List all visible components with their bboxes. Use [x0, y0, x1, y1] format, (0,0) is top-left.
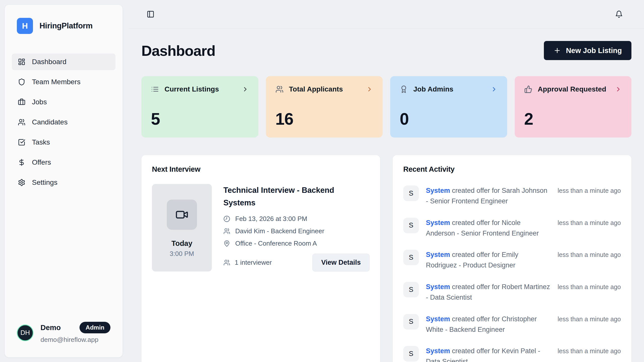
activity-avatar: S [403, 186, 419, 201]
new-job-listing-button[interactable]: New Job Listing [544, 41, 631, 60]
video-icon [175, 208, 188, 221]
sidebar-item-icon [18, 179, 25, 186]
sidebar-item[interactable]: Jobs [12, 94, 115, 110]
activity-timestamp: less than a minute ago [557, 218, 621, 227]
users-icon [223, 259, 230, 266]
stat-icon [524, 85, 532, 93]
activity-actor-link[interactable]: System [426, 347, 450, 355]
interview-thumbnail: Today 3:00 PM [152, 184, 212, 272]
sidebar-item[interactable]: Settings [12, 174, 115, 191]
stat-card[interactable]: Total Applicants 16 [266, 76, 383, 138]
app-logo-row: H HiringPlatform [5, 5, 123, 34]
stat-value: 2 [524, 109, 622, 128]
activity-avatar: S [403, 282, 419, 297]
activity-actor-link[interactable]: System [426, 219, 450, 227]
interview-time: 3:00 PM [170, 250, 194, 258]
interview-candidate-row: David Kim - Backend Engineer [223, 227, 370, 235]
chevron-right-icon [491, 86, 498, 93]
activity-avatar: S [403, 346, 419, 361]
panel-left-icon [147, 10, 154, 18]
activity-item: S System created offer for Sarah Johnson… [403, 186, 621, 207]
sidebar-item-label: Dashboard [32, 58, 66, 66]
next-interview-panel: Next Interview Today 3:00 PM Technical I… [141, 155, 380, 362]
sidebar-item-label: Settings [32, 178, 57, 187]
stat-icon [275, 85, 284, 93]
stat-value: 5 [151, 109, 249, 128]
stat-cards: Current Listings 5 Total Applicants 16 J… [141, 76, 631, 138]
activity-list: S System created offer for Sarah Johnson… [403, 186, 621, 362]
sidebar-item-label: Tasks [32, 138, 50, 146]
interviewer-count: 1 interviewer [223, 259, 272, 266]
activity-item: S System created offer for Robert Martin… [403, 282, 621, 303]
recent-activity-panel: Recent Activity S System created offer f… [393, 155, 631, 362]
chevron-right-icon [366, 86, 373, 93]
activity-actor-link[interactable]: System [426, 283, 450, 291]
topbar [129, 0, 644, 28]
sidebar-item-label: Jobs [32, 98, 47, 106]
sidebar-item-icon [18, 78, 25, 86]
users-icon [223, 228, 230, 235]
activity-avatar: S [403, 314, 419, 330]
activity-timestamp: less than a minute ago [557, 282, 621, 291]
sidebar-item-icon [18, 58, 25, 66]
activity-actor-link[interactable]: System [426, 315, 450, 323]
interview-datetime-row: Feb 13, 2026 at 3:00 PM [223, 215, 370, 223]
app-title: HiringPlatform [39, 21, 93, 30]
sidebar-item-icon [18, 98, 25, 106]
avatar: DH [17, 325, 33, 341]
sidebar-nav: Dashboard Team Members Jobs Candidates T… [5, 54, 123, 194]
activity-timestamp: less than a minute ago [557, 250, 621, 258]
stat-label: Current Listings [165, 85, 219, 93]
sidebar-item-icon [18, 118, 25, 126]
sidebar-item[interactable]: Dashboard [12, 54, 115, 70]
sidebar: H HiringPlatform Dashboard Team Members … [5, 5, 123, 357]
app-logo: H [17, 18, 33, 34]
stat-card[interactable]: Current Listings 5 [141, 76, 258, 138]
notifications-button[interactable] [613, 9, 624, 20]
activity-avatar: S [403, 218, 419, 233]
stat-icon [151, 85, 159, 93]
interview-title: Technical Interview - Backend Systems [223, 184, 364, 209]
sidebar-user-card[interactable]: DH Demo Admin demo@hireflow.app [5, 322, 123, 357]
view-details-button[interactable]: View Details [312, 254, 370, 272]
sidebar-item-label: Candidates [32, 118, 68, 126]
plus-icon [553, 47, 561, 54]
activity-item: S System created offer for Emily Rodrigu… [403, 250, 621, 271]
activity-timestamp: less than a minute ago [557, 346, 621, 355]
interview-day: Today [171, 239, 192, 248]
bell-icon [615, 10, 623, 18]
recent-activity-title: Recent Activity [403, 165, 621, 173]
chevron-right-icon [615, 86, 622, 93]
chevron-right-icon [242, 86, 249, 93]
main-content: Dashboard New Job Listing Current Listin… [129, 28, 644, 362]
activity-item: S System created offer for Kevin Patel -… [403, 346, 621, 362]
activity-timestamp: less than a minute ago [557, 314, 621, 323]
page-title: Dashboard [141, 42, 215, 59]
sidebar-toggle-button[interactable] [145, 9, 156, 20]
stat-label: Approval Requested [538, 85, 606, 93]
stat-value: 0 [400, 109, 498, 128]
clock-icon [223, 215, 230, 222]
sidebar-item[interactable]: Offers [12, 154, 115, 171]
activity-actor-link[interactable]: System [426, 251, 450, 258]
activity-actor-link[interactable]: System [426, 187, 450, 194]
sidebar-item[interactable]: Candidates [12, 114, 115, 130]
stat-icon [400, 85, 408, 93]
activity-timestamp: less than a minute ago [557, 186, 621, 194]
stat-card[interactable]: Approval Requested 2 [515, 76, 632, 138]
sidebar-item-label: Team Members [32, 78, 80, 86]
next-interview-title: Next Interview [152, 165, 370, 173]
activity-avatar: S [403, 250, 419, 265]
sidebar-item-label: Offers [32, 158, 51, 166]
sidebar-item[interactable]: Team Members [12, 74, 115, 90]
user-email: demo@hireflow.app [41, 336, 110, 344]
user-name: Demo [41, 324, 61, 332]
sidebar-item[interactable]: Tasks [12, 134, 115, 151]
role-badge: Admin [79, 322, 110, 333]
stat-card[interactable]: Job Admins 0 [390, 76, 507, 138]
sidebar-item-icon [18, 139, 25, 146]
sidebar-item-icon [18, 159, 25, 166]
stat-label: Total Applicants [289, 85, 343, 93]
activity-item: S System created offer for Christopher W… [403, 314, 621, 335]
map-pin-icon [223, 240, 230, 247]
